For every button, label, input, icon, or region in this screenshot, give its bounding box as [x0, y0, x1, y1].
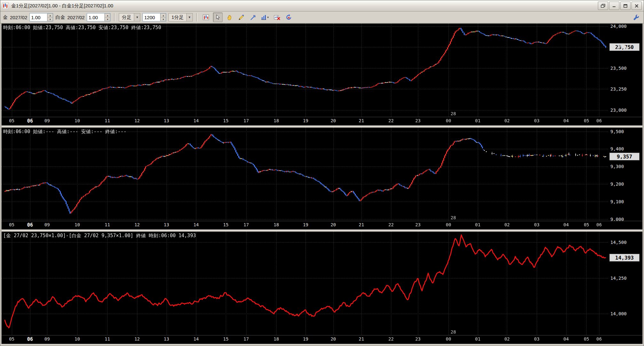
x-axis-time-label: 06	[27, 118, 33, 124]
bar-count-up-button[interactable]: ▲	[160, 13, 166, 17]
close-button[interactable]	[632, 2, 642, 10]
panel-splitter[interactable]	[2, 125, 642, 128]
pen-line-button[interactable]	[249, 12, 258, 22]
x-axis-time-label: 02	[504, 336, 510, 342]
x-axis-time-label: 14	[193, 222, 199, 227]
chart-format-icon	[203, 14, 209, 20]
hand-pan-icon	[226, 14, 232, 20]
x-axis-time-label: 13	[164, 118, 169, 123]
gold-multiplier-up-button[interactable]: ▲	[47, 13, 53, 17]
indicator-menu-button[interactable]: ▼	[260, 12, 270, 22]
x-axis-time-label: 15	[223, 336, 229, 342]
x-axis-time-label: 02	[504, 118, 510, 123]
x-axis-time-label: 03	[534, 336, 540, 342]
hand-pan-button[interactable]	[225, 12, 234, 22]
platinum-y-axis: 9,357 9,5009,4009,3009,2009,1009,000	[609, 128, 642, 221]
gold-multiplier-input[interactable]	[30, 13, 47, 21]
platinum-multiplier-input[interactable]	[87, 13, 104, 21]
x-axis-time-label: 12	[135, 222, 140, 227]
x-axis-time-label: 04	[563, 222, 569, 227]
gold-contract-label: 2027/02	[10, 15, 27, 20]
x-axis-time-label: 00	[446, 222, 451, 227]
x-axis-time-label: 05	[584, 336, 589, 342]
chevron-down-icon: ▼	[267, 16, 269, 19]
x-axis-time-label: 17	[243, 118, 249, 123]
x-axis-time-label: 11	[105, 222, 110, 227]
x-axis-time-label: 04	[563, 336, 569, 342]
x-axis-time-label: 12	[135, 336, 140, 342]
x-axis-time-label: 21	[359, 336, 364, 342]
cursor-select-button[interactable]	[213, 12, 223, 22]
app-window: 金1分足[2027/02]1.00 - 白金1分足[2027/02]1.00	[0, 0, 644, 346]
x-axis-time-label: 11	[105, 118, 110, 123]
pencil-draw-button[interactable]	[237, 12, 246, 22]
platinum-contract-label: 2027/02	[67, 15, 85, 20]
platinum-multiplier-up-button[interactable]: ▲	[105, 13, 110, 17]
maximize-button[interactable]	[620, 2, 631, 10]
x-axis-time-label: 05	[9, 336, 14, 342]
svg-text:R: R	[288, 16, 290, 20]
platinum-x-axis: 0506091011121314151718192021222300010203…	[2, 221, 642, 229]
spin-down-icon: ▼	[49, 18, 51, 20]
x-axis-time-label: 06	[596, 222, 602, 227]
close-icon	[635, 4, 639, 8]
minimize-icon	[612, 4, 616, 7]
gold-multiplier-down-button[interactable]: ▼	[47, 17, 53, 21]
float-window-button[interactable]	[598, 2, 608, 10]
toolbar-separator	[196, 13, 198, 21]
platinum-multiplier-stepper: ▲ ▼	[87, 13, 110, 21]
timeframe-dropdown[interactable]: 1分足 ▼	[168, 13, 192, 21]
spread-line-canvas[interactable]	[2, 232, 609, 335]
platinum-plot-area: 時刻:06:00 始値:--- 高値:--- 安値:--- 終値:--- 28	[2, 128, 609, 221]
gold-plot-area: 時刻:06:00 始値:23,750 高値:23,750 安値:23,750 終…	[2, 24, 609, 117]
bar-count-input[interactable]	[143, 13, 160, 21]
panel-splitter[interactable]	[2, 229, 642, 232]
x-axis-time-label: 12	[135, 118, 140, 123]
x-axis-time-label: 04	[563, 118, 569, 123]
settings-wrench-icon	[633, 14, 640, 20]
gold-chart-panel: 時刻:06:00 始値:23,750 高値:23,750 安値:23,750 終…	[2, 24, 642, 125]
window-title: 金1分足[2027/02]1.00 - 白金1分足[2027/02]1.00	[11, 3, 595, 9]
x-axis-time-label: 23	[415, 222, 421, 227]
x-axis-time-label: 09	[45, 118, 50, 123]
x-axis-time-label: 10	[75, 222, 80, 227]
app-logo-icon	[2, 3, 9, 9]
title-bar: 金1分足[2027/02]1.00 - 白金1分足[2027/02]1.00	[0, 0, 644, 12]
x-axis-time-label: 15	[223, 222, 229, 227]
x-axis-time-label: 06	[596, 336, 602, 342]
bar-type-label: 分足	[119, 14, 134, 20]
y-axis-tick-label: 24,000	[610, 24, 627, 29]
x-axis-time-label: 14	[193, 118, 199, 123]
platinum-multiplier-down-button[interactable]: ▼	[105, 17, 110, 21]
refresh-button[interactable]: R	[284, 12, 294, 22]
chart-format-button[interactable]	[201, 12, 211, 22]
x-axis-time-label: 10	[75, 118, 80, 123]
x-axis-time-label: 03	[534, 222, 540, 227]
y-axis-tick-label: 9,400	[610, 146, 624, 151]
bar-type-dropdown[interactable]: 分足 ▼	[119, 13, 140, 21]
x-axis-time-label: 17	[243, 222, 249, 227]
gold-candlestick-canvas[interactable]	[2, 24, 609, 117]
x-axis-time-label: 09	[45, 222, 50, 227]
platinum-label: 白金	[55, 14, 65, 20]
gold-label: 金	[3, 14, 8, 20]
platinum-candlestick-canvas[interactable]	[2, 128, 609, 221]
settings-wrench-button[interactable]	[632, 12, 641, 22]
x-axis-time-label: 10	[75, 336, 80, 342]
y-axis-tick-label: 9,100	[610, 199, 624, 204]
delete-chart-button[interactable]	[272, 12, 282, 22]
x-axis-time-label: 06	[27, 222, 33, 228]
x-axis-time-label: 01	[475, 118, 481, 123]
x-axis-time-label: 23	[415, 336, 421, 342]
toolbar-separator	[114, 13, 115, 21]
bar-count-down-button[interactable]: ▼	[160, 17, 166, 21]
x-axis-time-label: 18	[273, 336, 279, 342]
minimize-button[interactable]	[609, 2, 619, 10]
window-controls	[598, 2, 642, 10]
platinum-last-price-badge: 9,357	[609, 153, 640, 160]
y-axis-tick-label: 9,200	[610, 181, 624, 187]
x-axis-time-label: 20	[330, 222, 336, 227]
spin-up-icon: ▲	[49, 14, 51, 17]
pencil-draw-icon	[238, 14, 244, 20]
chart-region: 時刻:06:00 始値:23,750 高値:23,750 安値:23,750 終…	[1, 23, 643, 344]
